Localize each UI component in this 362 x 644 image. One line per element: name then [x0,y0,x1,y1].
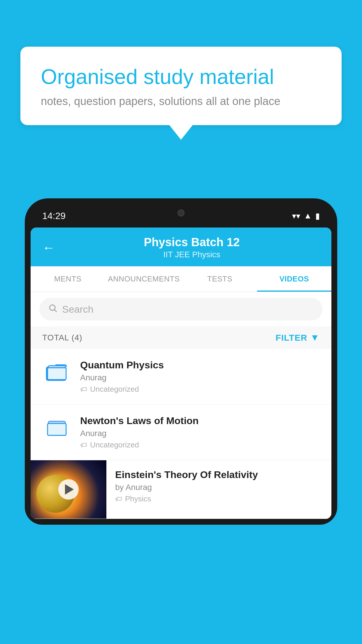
tag-icon-1: 🏷 [80,385,87,393]
filter-row: TOTAL (4) FILTER ▼ [31,326,331,349]
speech-bubble-section: Organised study material notes, question… [20,47,342,140]
video-tag-label-1: Uncategorized [90,385,139,394]
wifi-icon: ▾▾ [292,211,300,221]
video-tag-1: 🏷 Uncategorized [80,385,320,394]
filter-button[interactable]: FILTER ▼ [276,332,320,343]
batch-title: Physics Batch 12 [64,236,320,249]
speech-bubble-arrow [169,125,193,140]
tab-ments[interactable]: MENTS [31,266,105,292]
video-title-3: Einstein's Theory Of Relativity [115,469,323,480]
phone-notch [155,204,207,222]
video-title-2: Newton's Laws of Motion [80,415,320,426]
tab-tests[interactable]: TESTS [183,266,257,292]
batch-subtitle: IIT JEE Physics [64,250,320,259]
header-title-group: Physics Batch 12 IIT JEE Physics [64,236,320,259]
video-thumbnail-3 [31,460,106,519]
play-button-3[interactable] [58,479,79,500]
video-tag-label-2: Uncategorized [90,440,139,449]
tab-announcements[interactable]: ANNOUNCEMENTS [105,266,182,292]
tag-icon-3: 🏷 [115,495,122,503]
video-list: Quantum Physics Anurag 🏷 Uncategorized [31,349,331,519]
app-header: ← Physics Batch 12 IIT JEE Physics [31,228,331,266]
tab-videos[interactable]: VIDEOS [257,266,331,292]
video-info-2: Newton's Laws of Motion Anurag 🏷 Uncateg… [80,415,320,449]
phone-device: 14:29 ▾▾ ▲ ▮ ← Physics Batch 12 IIT JEE … [25,198,337,644]
phone-outer-frame: 14:29 ▾▾ ▲ ▮ ← Physics Batch 12 IIT JEE … [25,198,337,525]
phone-screen: ← Physics Batch 12 IIT JEE Physics MENTS… [31,228,331,519]
folder-icon-2 [42,415,71,437]
phone-camera [178,209,184,216]
speech-bubble-subtitle: notes, question papers, solutions all at… [41,95,321,108]
total-count: TOTAL (4) [42,333,82,342]
video-tag-3: 🏷 Physics [115,494,323,503]
tabs-bar: MENTS ANNOUNCEMENTS TESTS VIDEOS [31,266,331,292]
video-info-3: Einstein's Theory Of Relativity by Anura… [106,460,331,512]
video-tag-label-3: Physics [125,494,151,503]
video-item-1[interactable]: Quantum Physics Anurag 🏷 Uncategorized [31,349,331,405]
search-bar[interactable]: Search [39,298,323,321]
video-author-3: by Anurag [115,483,323,492]
battery-icon: ▮ [315,211,320,221]
video-tag-2: 🏷 Uncategorized [80,440,320,449]
status-bar: 14:29 ▾▾ ▲ ▮ [31,204,331,228]
speech-bubble-card: Organised study material notes, question… [20,47,342,125]
signal-icon: ▲ [304,211,312,220]
video-title-1: Quantum Physics [80,359,320,371]
svg-rect-5 [48,368,66,380]
video-author-1: Anurag [80,373,320,382]
filter-label: FILTER [276,333,307,343]
search-container: Search [31,292,331,326]
filter-icon: ▼ [310,332,320,343]
video-item-3[interactable]: Einstein's Theory Of Relativity by Anura… [31,460,331,519]
svg-line-1 [55,310,57,312]
phone-time: 14:29 [42,211,66,221]
svg-point-0 [50,305,55,310]
tag-icon-2: 🏷 [80,441,87,449]
speech-bubble-title: Organised study material [41,64,321,89]
back-button[interactable]: ← [42,240,55,255]
status-icons: ▾▾ ▲ ▮ [292,211,320,221]
search-icon [48,303,57,315]
video-author-2: Anurag [80,429,320,438]
play-triangle-icon [65,484,74,495]
folder-icon-1 [42,359,71,382]
video-item-2[interactable]: Newton's Laws of Motion Anurag 🏷 Uncateg… [31,405,331,460]
video-info-1: Quantum Physics Anurag 🏷 Uncategorized [80,359,320,394]
svg-rect-7 [48,424,66,435]
search-placeholder: Search [62,304,94,315]
